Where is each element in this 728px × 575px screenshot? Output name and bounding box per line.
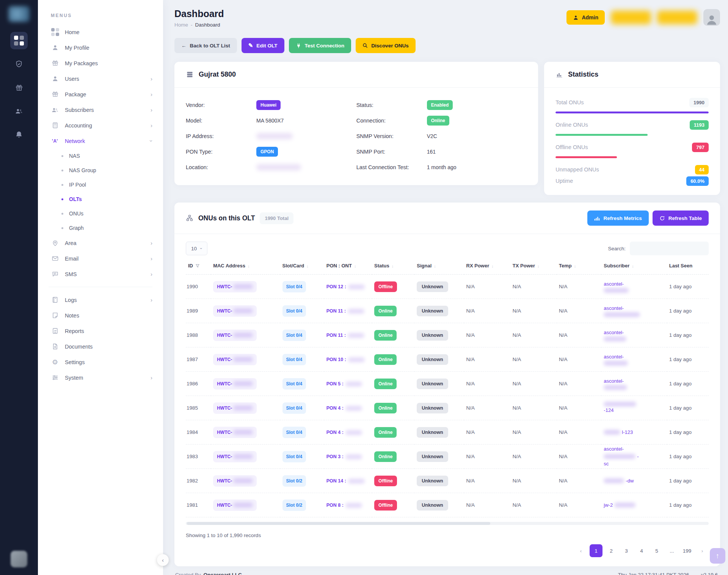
sidebar-item-graph[interactable]: Graph — [38, 221, 163, 235]
sort-icon[interactable]: ↓ — [434, 264, 436, 268]
sidebar-item-ip-pool[interactable]: IP Pool — [38, 178, 163, 192]
pon-ont-link[interactable]: PON 12 : — [326, 284, 365, 289]
company-link[interactable]: Onezeroart LLC — [204, 572, 242, 575]
column-header[interactable]: ID ↓ — [186, 259, 211, 275]
sort-icon[interactable]: ↓ — [392, 264, 394, 268]
sidebar-item-notes[interactable]: Notes — [38, 308, 163, 323]
mac-address-pill[interactable]: HWTC- — [213, 281, 257, 292]
page-number-button[interactable]: 2 — [605, 544, 618, 557]
search-input[interactable] — [630, 242, 709, 255]
sidebar-item-documents[interactable]: Documents — [38, 339, 163, 354]
sidebar-item-area[interactable]: Area › — [38, 235, 163, 251]
rail-users-button[interactable] — [10, 102, 28, 120]
sidebar-item-subscribers[interactable]: Subscribers › — [38, 102, 163, 118]
refresh-metrics-button[interactable]: Refresh Metrics — [587, 211, 648, 226]
column-header[interactable]: RX Power ↓ — [464, 259, 510, 275]
subscriber-link[interactable]: ascontel--sc — [604, 445, 664, 468]
breadcrumb-home[interactable]: Home — [174, 22, 188, 28]
scroll-to-top-button[interactable]: ↑ — [710, 548, 725, 564]
pon-ont-link[interactable]: PON 3 : — [326, 454, 362, 459]
sidebar-item-package[interactable]: Package › — [38, 86, 163, 102]
sidebar-item-users[interactable]: Users › — [38, 71, 163, 86]
admin-button[interactable]: Admin — [566, 10, 605, 25]
column-header[interactable]: Subscriber ↓ — [601, 259, 667, 275]
sidebar-item-onus[interactable]: ONUs — [38, 206, 163, 221]
sidebar-item-network[interactable]: 'A' Network › — [38, 133, 163, 149]
mac-address-pill[interactable]: HWTC- — [213, 378, 257, 390]
next-page-button[interactable]: › — [696, 544, 709, 557]
subscriber-link[interactable]: jw-2 — [604, 501, 664, 509]
sidebar-item-settings[interactable]: ⚙ Settings — [38, 354, 163, 370]
page-number-button[interactable]: 1 — [590, 544, 602, 557]
refresh-table-button[interactable]: Refresh Table — [653, 211, 709, 226]
page-number-button[interactable]: 5 — [650, 544, 663, 557]
subscriber-link[interactable]: ascontel- — [604, 329, 664, 341]
sidebar-item-logs[interactable]: Logs › — [38, 292, 163, 308]
subscriber-link[interactable]: ascontel- — [604, 377, 664, 390]
redacted-button[interactable] — [657, 11, 697, 24]
sidebar-item-home[interactable]: Home — [38, 24, 163, 40]
pon-ont-link[interactable]: PON 11 : — [326, 308, 364, 314]
rail-notifications-button[interactable] — [10, 126, 28, 143]
redacted-button[interactable] — [611, 11, 651, 24]
rail-packages-button[interactable] — [10, 79, 28, 96]
sidebar-item-system[interactable]: System › — [38, 370, 163, 385]
column-header[interactable]: MAC Address ↓ — [211, 259, 280, 275]
mac-address-pill[interactable]: HWTC- — [213, 475, 257, 487]
filter-icon[interactable] — [195, 264, 200, 268]
mac-address-pill[interactable]: HWTC- — [213, 402, 257, 414]
mac-address-pill[interactable]: HWTC- — [213, 500, 257, 511]
column-header[interactable]: Temp ↓ — [557, 259, 601, 275]
sort-icon[interactable]: ↓ — [537, 264, 540, 268]
subscriber-link[interactable]: -dw — [604, 477, 664, 485]
sort-icon[interactable]: ↓ — [354, 264, 356, 268]
scrollbar-thumb[interactable] — [187, 522, 490, 525]
column-header[interactable]: TX Power ↓ — [510, 259, 557, 275]
sort-icon[interactable]: ↓ — [248, 264, 250, 268]
page-number-button[interactable]: ... — [665, 544, 678, 557]
rail-user-avatar[interactable] — [11, 551, 27, 567]
sort-icon[interactable]: ↓ — [574, 264, 576, 268]
sidebar-item-nas-group[interactable]: NAS Group — [38, 163, 163, 178]
sort-icon[interactable]: ↓ — [306, 264, 309, 268]
pon-ont-link[interactable]: PON 11 : — [326, 333, 364, 338]
column-header[interactable]: Slot/Card ↓ — [280, 259, 324, 275]
subscriber-link[interactable]: l-123 — [604, 429, 664, 436]
column-header[interactable]: Status ↓ — [372, 259, 414, 275]
page-size-select[interactable]: 10 › — [186, 242, 207, 255]
pon-ont-link[interactable]: PON 4 : — [326, 405, 362, 411]
column-header[interactable]: PON : ONT ↓ — [324, 259, 372, 275]
sidebar-item-sms[interactable]: SMS › — [38, 266, 163, 282]
mac-address-pill[interactable]: HWTC- — [213, 354, 257, 365]
rail-shield-button[interactable] — [10, 55, 28, 73]
subscriber-link[interactable]: -124 — [604, 402, 664, 414]
test-connection-button[interactable]: Test Connection — [289, 38, 351, 53]
pon-ont-link[interactable]: PON 10 : — [326, 357, 365, 362]
pon-ont-link[interactable]: PON 14 : — [326, 478, 365, 484]
sidebar-item-my-packages[interactable]: My Packages — [38, 55, 163, 71]
mac-address-pill[interactable]: HWTC- — [213, 305, 257, 317]
page-number-button[interactable]: 3 — [620, 544, 633, 557]
pon-ont-link[interactable]: PON 5 : — [326, 381, 362, 386]
subscriber-link[interactable]: ascontel- — [604, 280, 664, 293]
rail-dashboard-button[interactable] — [10, 32, 28, 49]
mac-address-pill[interactable]: HWTC- — [213, 427, 257, 438]
column-header[interactable]: Signal ↓ — [414, 259, 464, 275]
user-avatar[interactable] — [703, 9, 720, 26]
back-to-olt-list-button[interactable]: ← Back to OLT List — [174, 38, 237, 53]
sidebar-item-accounting[interactable]: Accounting › — [38, 118, 163, 133]
previous-page-button[interactable]: ‹ — [574, 544, 587, 557]
edit-olt-button[interactable]: ✎ Edit OLT — [242, 38, 284, 53]
mac-address-pill[interactable]: HWTC- — [213, 330, 257, 341]
subscriber-link[interactable]: ascontel- — [604, 305, 664, 317]
column-header[interactable]: Last Seen ↓ — [667, 259, 709, 275]
sidebar-item-nas[interactable]: NAS — [38, 149, 163, 163]
discover-onus-button[interactable]: Discover ONUs — [356, 38, 415, 53]
sort-icon[interactable]: ↓ — [632, 264, 634, 268]
mac-address-pill[interactable]: HWTC- — [213, 451, 257, 462]
pon-ont-link[interactable]: PON 8 : — [326, 503, 362, 508]
sidebar-item-my-profile[interactable]: My Profile — [38, 40, 163, 55]
pon-ont-link[interactable]: PON 4 : — [326, 430, 362, 435]
sidebar-item-reports[interactable]: Reports — [38, 323, 163, 339]
page-number-button[interactable]: 4 — [635, 544, 648, 557]
